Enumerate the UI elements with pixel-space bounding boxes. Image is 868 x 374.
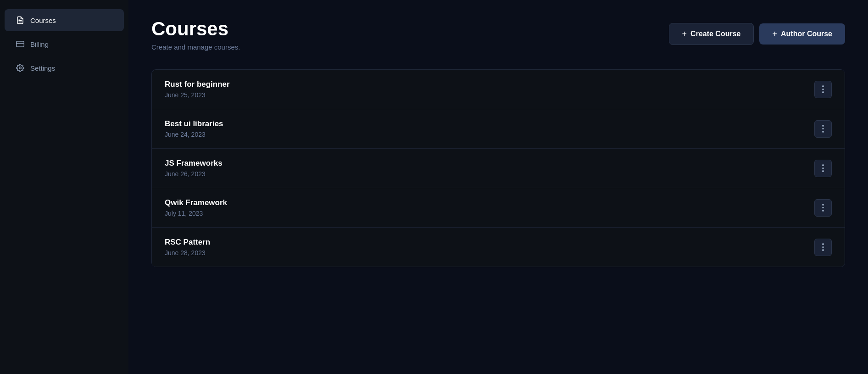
sidebar-item-billing[interactable]: Billing <box>5 33 124 55</box>
course-menu-button[interactable] <box>814 160 832 177</box>
course-info: Rust for beginner June 25, 2023 <box>165 80 230 99</box>
page-title-group: Courses Create and manage courses. <box>151 18 240 51</box>
course-date: July 11, 2023 <box>165 210 227 217</box>
svg-point-4 <box>19 67 22 69</box>
course-item[interactable]: RSC Pattern June 28, 2023 <box>152 228 845 267</box>
page-subtitle: Create and manage courses. <box>151 43 240 51</box>
sidebar: Courses Billing Settings <box>0 0 128 374</box>
plus-icon-author: + <box>772 30 777 38</box>
course-info: RSC Pattern June 28, 2023 <box>165 238 210 257</box>
course-date: June 28, 2023 <box>165 249 210 257</box>
sidebar-item-courses[interactable]: Courses <box>5 9 124 31</box>
course-item[interactable]: Rust for beginner June 25, 2023 <box>152 70 845 109</box>
sidebar-item-billing-label: Billing <box>30 40 49 48</box>
course-info: Best ui libraries June 24, 2023 <box>165 119 223 138</box>
course-name: JS Frameworks <box>165 159 223 168</box>
course-name: RSC Pattern <box>165 238 210 247</box>
course-date: June 26, 2023 <box>165 170 223 178</box>
page-title: Courses <box>151 18 240 39</box>
settings-icon <box>16 63 25 73</box>
document-icon <box>16 16 25 25</box>
three-dots-icon <box>822 164 824 172</box>
three-dots-icon <box>822 204 824 212</box>
course-date: June 25, 2023 <box>165 91 230 99</box>
create-course-button[interactable]: + Create Course <box>669 23 754 45</box>
sidebar-item-courses-label: Courses <box>30 17 56 24</box>
sidebar-item-settings-label: Settings <box>30 64 55 72</box>
three-dots-icon <box>822 85 824 93</box>
main-content: Courses Create and manage courses. + Cre… <box>128 0 868 374</box>
course-name: Best ui libraries <box>165 119 223 128</box>
course-date: June 24, 2023 <box>165 131 223 138</box>
course-menu-button[interactable] <box>814 199 832 217</box>
create-course-label: Create Course <box>690 30 740 38</box>
course-name: Rust for beginner <box>165 80 230 89</box>
course-name: Qwik Framework <box>165 198 227 207</box>
svg-rect-2 <box>17 41 24 47</box>
course-list: Rust for beginner June 25, 2023 Best ui … <box>151 69 845 267</box>
course-menu-button[interactable] <box>814 239 832 256</box>
author-course-button[interactable]: + Author Course <box>759 23 845 45</box>
header-actions: + Create Course + Author Course <box>669 23 845 45</box>
course-item[interactable]: Qwik Framework July 11, 2023 <box>152 188 845 228</box>
page-header: Courses Create and manage courses. + Cre… <box>151 18 845 51</box>
course-menu-button[interactable] <box>814 120 832 138</box>
billing-icon <box>16 39 25 49</box>
course-info: JS Frameworks June 26, 2023 <box>165 159 223 178</box>
plus-icon-create: + <box>682 30 687 38</box>
three-dots-icon <box>822 125 824 133</box>
course-menu-button[interactable] <box>814 81 832 98</box>
course-item[interactable]: JS Frameworks June 26, 2023 <box>152 149 845 188</box>
three-dots-icon <box>822 243 824 251</box>
sidebar-item-settings[interactable]: Settings <box>5 57 124 79</box>
course-info: Qwik Framework July 11, 2023 <box>165 198 227 217</box>
author-course-label: Author Course <box>781 30 832 38</box>
course-item[interactable]: Best ui libraries June 24, 2023 <box>152 109 845 149</box>
